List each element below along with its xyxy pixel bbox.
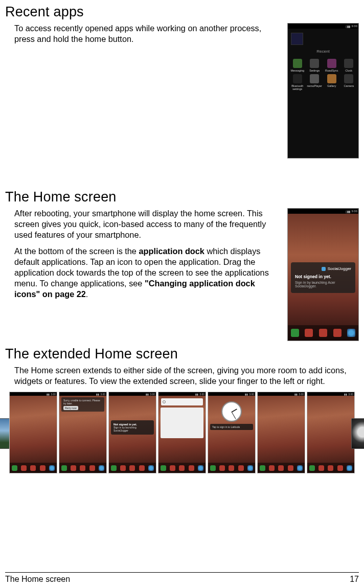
retry-widget: Sorry, unable to connect. Please try lat… xyxy=(61,397,104,412)
ext-screen-2: ▮▮3:00 Sorry, unable to connect. Please … xyxy=(59,392,107,473)
dock-browser-icon xyxy=(347,329,355,337)
search-icon xyxy=(163,400,166,403)
dock-app-icon xyxy=(319,329,327,337)
footer-title: The Home screen xyxy=(5,575,70,584)
app-nemoplayer: nemoPlayer xyxy=(307,74,323,91)
dock-app-icon xyxy=(333,329,342,337)
overview-thumb-right xyxy=(351,418,364,449)
white-widget xyxy=(161,408,203,438)
messaging-icon xyxy=(293,59,302,68)
app-clock: Clock xyxy=(342,59,357,72)
widget-title: Not signed in yet. xyxy=(295,274,351,279)
settings-icon xyxy=(310,59,319,68)
heading-recent-apps: Recent apps xyxy=(5,4,359,20)
footer-page-number: 17 xyxy=(350,575,359,584)
page-footer: The Home screen 17 xyxy=(5,572,359,584)
application-dock xyxy=(288,325,358,341)
extended-screens-figure: ▮▮3:00 ▮▮3:00 Sorry, unable to connect. … xyxy=(5,392,359,473)
recent-apps-body: To access recently opened apps while wor… xyxy=(14,23,281,44)
application-dock xyxy=(10,463,57,473)
heading-home-screen: The Home screen xyxy=(5,189,359,205)
signal-icon: ▯▮▮ xyxy=(346,210,350,213)
nemoplayer-icon xyxy=(310,74,319,83)
ext-screen-6: ▮▮3:00 xyxy=(257,392,305,473)
recent-app-grid: Messaging Settings RoadSync Clock Blueto… xyxy=(288,56,358,94)
latitude-bar: Tap to sign in to Latitude xyxy=(210,424,253,430)
ext-screen-1: ▮▮3:00 xyxy=(9,392,57,473)
gallery-icon xyxy=(327,74,336,83)
clock-icon xyxy=(344,59,353,68)
bold-application-dock: application dock xyxy=(139,246,204,256)
ext-screen-7: ▮▮3:00 xyxy=(307,392,355,473)
social-widget: SocialJogger Not signed in yet. Sign in … xyxy=(291,262,355,293)
widget-brand-icon xyxy=(322,267,326,271)
ext-screen-3: ▮▮3:00 Not signed in yet. Sign in by lau… xyxy=(108,392,156,473)
heading-extended-home: The extended Home screen xyxy=(5,346,359,362)
thumbnail-icon xyxy=(291,33,303,45)
app-bluetooth: Bluetooth settings xyxy=(290,74,305,91)
dock-phone-icon xyxy=(291,329,299,337)
app-settings: Settings xyxy=(307,59,323,72)
app-gallery: Gallery xyxy=(324,74,339,91)
app-camera: Camera xyxy=(342,74,357,91)
signal-icon: ▯▮▮ xyxy=(346,25,350,28)
home-screen-body1: After rebooting, your smartphone will di… xyxy=(14,208,281,241)
home-screen-screenshot: ▯▮▮ 3:00 SocialJogger Not signed in yet.… xyxy=(287,208,359,341)
dock-app-icon xyxy=(305,329,313,337)
status-time: 3:00 xyxy=(351,210,357,213)
retry-button: Retry now xyxy=(63,406,78,410)
recent-apps-screenshot: ▯▮▮ 3:00 Recent Messaging Settings RoadS… xyxy=(287,23,359,159)
app-roadsync: RoadSync xyxy=(324,59,339,72)
extended-home-body: The Home screen extends to either side o… xyxy=(14,365,359,387)
status-bar: ▯▮▮ 3:00 xyxy=(288,209,358,214)
social-widget: Not signed in yet. Sign in by launching … xyxy=(111,420,154,435)
status-time: 3:00 xyxy=(351,25,357,28)
home-screen-body2: At the bottom of the screen is the appli… xyxy=(14,246,281,300)
analog-clock-icon xyxy=(221,401,242,422)
ext-screen-4: ▮▮3:00 xyxy=(158,392,206,473)
search-bar xyxy=(161,398,203,405)
widget-subtitle: Sign in by launching Acer SocialJogger. xyxy=(295,281,351,288)
app-messaging: Messaging xyxy=(290,59,305,72)
bluetooth-icon xyxy=(293,74,302,83)
ext-screen-5: ▮▮3:00 Tap to sign in to Latitude xyxy=(208,392,256,473)
roadsync-icon xyxy=(327,59,336,68)
status-bar: ▯▮▮ 3:00 xyxy=(288,24,358,29)
camera-icon xyxy=(344,74,353,83)
